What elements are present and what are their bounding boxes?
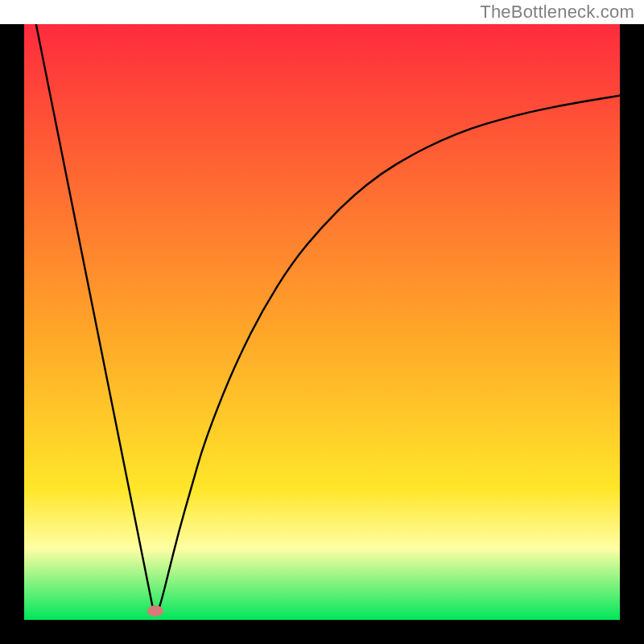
frame-left [0,24,24,644]
minimum-marker [147,605,163,617]
plot-area [24,24,620,620]
chart-container: TheBottleneck.com [0,0,644,644]
attribution-text: TheBottleneck.com [478,2,636,23]
chart-svg [24,24,620,620]
frame-bottom [0,620,644,644]
frame-right [620,24,644,644]
gradient-background [24,24,620,620]
